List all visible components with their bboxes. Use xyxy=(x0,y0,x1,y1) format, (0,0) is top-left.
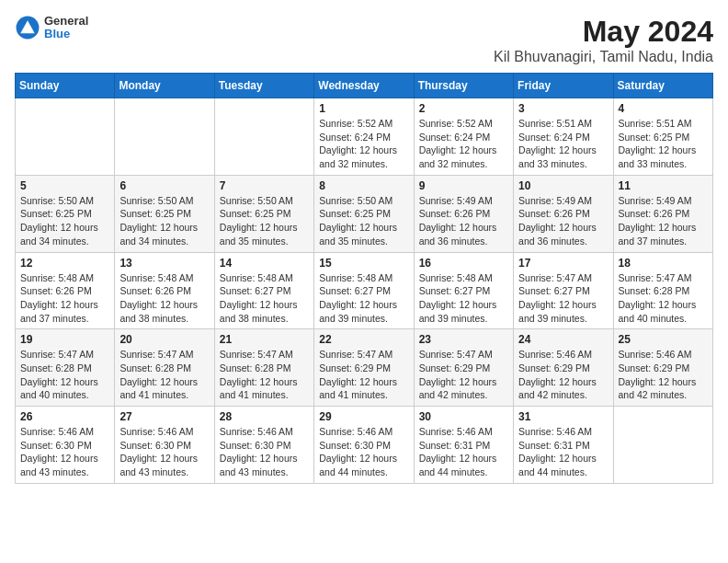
day-number: 25 xyxy=(619,333,708,346)
day-number: 18 xyxy=(619,257,708,270)
day-number: 31 xyxy=(518,410,608,423)
day-info: Sunrise: 5:48 AM Sunset: 6:27 PM Dayligh… xyxy=(220,271,309,326)
calendar-cell: 4Sunrise: 5:51 AM Sunset: 6:25 PM Daylig… xyxy=(613,98,712,176)
day-info: Sunrise: 5:49 AM Sunset: 6:26 PM Dayligh… xyxy=(518,194,608,248)
calendar-cell: 5Sunrise: 5:50 AM Sunset: 6:25 PM Daylig… xyxy=(16,175,115,252)
logo-line2: Blue xyxy=(44,28,88,40)
day-number: 11 xyxy=(619,179,708,192)
day-number: 15 xyxy=(319,257,408,270)
calendar-week-1: 1Sunrise: 5:52 AM Sunset: 6:24 PM Daylig… xyxy=(16,98,713,176)
day-number: 10 xyxy=(518,179,608,192)
calendar-cell: 1Sunrise: 5:52 AM Sunset: 6:24 PM Daylig… xyxy=(314,98,414,176)
calendar-cell: 11Sunrise: 5:49 AM Sunset: 6:26 PM Dayli… xyxy=(613,175,712,252)
calendar-cell: 10Sunrise: 5:49 AM Sunset: 6:26 PM Dayli… xyxy=(514,175,613,252)
day-number: 30 xyxy=(419,410,508,423)
day-number: 17 xyxy=(518,257,608,270)
calendar-cell: 25Sunrise: 5:46 AM Sunset: 6:29 PM Dayli… xyxy=(613,329,712,407)
calendar-cell: 21Sunrise: 5:47 AM Sunset: 6:28 PM Dayli… xyxy=(214,329,313,407)
calendar-cell: 19Sunrise: 5:47 AM Sunset: 6:28 PM Dayli… xyxy=(16,329,115,407)
day-number: 26 xyxy=(20,410,109,423)
day-number: 24 xyxy=(518,333,608,346)
calendar-cell xyxy=(214,98,313,176)
calendar-cell: 13Sunrise: 5:48 AM Sunset: 6:26 PM Dayli… xyxy=(115,252,214,329)
calendar-subtitle: Kil Bhuvanagiri, Tamil Nadu, India xyxy=(494,49,713,65)
header-thursday: Thursday xyxy=(414,74,513,98)
day-number: 3 xyxy=(518,102,608,115)
calendar-week-5: 26Sunrise: 5:46 AM Sunset: 6:30 PM Dayli… xyxy=(16,407,713,484)
day-number: 16 xyxy=(419,257,508,270)
title-block: May 2024 Kil Bhuvanagiri, Tamil Nadu, In… xyxy=(494,15,713,65)
day-info: Sunrise: 5:47 AM Sunset: 6:29 PM Dayligh… xyxy=(319,348,408,402)
calendar-header-row: SundayMondayTuesdayWednesdayThursdayFrid… xyxy=(16,74,713,98)
day-info: Sunrise: 5:46 AM Sunset: 6:31 PM Dayligh… xyxy=(518,425,608,479)
calendar-cell xyxy=(613,407,712,484)
day-number: 20 xyxy=(119,333,209,346)
logo: General Blue xyxy=(15,15,88,41)
day-info: Sunrise: 5:46 AM Sunset: 6:30 PM Dayligh… xyxy=(119,425,209,479)
day-number: 4 xyxy=(619,102,708,115)
day-info: Sunrise: 5:49 AM Sunset: 6:26 PM Dayligh… xyxy=(619,194,708,248)
logo-icon xyxy=(15,15,40,40)
day-number: 22 xyxy=(319,333,408,346)
day-info: Sunrise: 5:46 AM Sunset: 6:29 PM Dayligh… xyxy=(518,348,608,402)
calendar-cell: 12Sunrise: 5:48 AM Sunset: 6:26 PM Dayli… xyxy=(16,252,115,329)
calendar-cell: 23Sunrise: 5:47 AM Sunset: 6:29 PM Dayli… xyxy=(414,329,513,407)
day-number: 13 xyxy=(119,257,209,270)
day-number: 5 xyxy=(20,179,109,192)
calendar-week-2: 5Sunrise: 5:50 AM Sunset: 6:25 PM Daylig… xyxy=(16,175,713,252)
calendar-cell: 15Sunrise: 5:48 AM Sunset: 6:27 PM Dayli… xyxy=(314,252,414,329)
calendar-cell: 6Sunrise: 5:50 AM Sunset: 6:25 PM Daylig… xyxy=(115,175,214,252)
day-number: 14 xyxy=(220,257,309,270)
day-info: Sunrise: 5:50 AM Sunset: 6:25 PM Dayligh… xyxy=(119,194,209,248)
logo-text: General Blue xyxy=(44,15,88,41)
day-info: Sunrise: 5:48 AM Sunset: 6:26 PM Dayligh… xyxy=(119,271,209,326)
calendar-cell xyxy=(115,98,214,176)
day-info: Sunrise: 5:47 AM Sunset: 6:27 PM Dayligh… xyxy=(518,271,608,326)
calendar-week-3: 12Sunrise: 5:48 AM Sunset: 6:26 PM Dayli… xyxy=(16,252,713,329)
day-number: 19 xyxy=(20,333,109,346)
day-number: 23 xyxy=(419,333,508,346)
day-info: Sunrise: 5:48 AM Sunset: 6:27 PM Dayligh… xyxy=(419,271,508,326)
calendar-cell: 18Sunrise: 5:47 AM Sunset: 6:28 PM Dayli… xyxy=(613,252,712,329)
header-saturday: Saturday xyxy=(613,74,712,98)
day-info: Sunrise: 5:50 AM Sunset: 6:25 PM Dayligh… xyxy=(20,194,109,248)
day-info: Sunrise: 5:47 AM Sunset: 6:28 PM Dayligh… xyxy=(220,348,309,402)
calendar-cell: 8Sunrise: 5:50 AM Sunset: 6:25 PM Daylig… xyxy=(314,175,414,252)
day-info: Sunrise: 5:50 AM Sunset: 6:25 PM Dayligh… xyxy=(220,194,309,248)
day-info: Sunrise: 5:52 AM Sunset: 6:24 PM Dayligh… xyxy=(319,117,408,171)
header-wednesday: Wednesday xyxy=(314,74,414,98)
calendar-table: SundayMondayTuesdayWednesdayThursdayFrid… xyxy=(15,73,713,484)
day-info: Sunrise: 5:47 AM Sunset: 6:28 PM Dayligh… xyxy=(20,348,109,402)
day-info: Sunrise: 5:46 AM Sunset: 6:30 PM Dayligh… xyxy=(20,425,109,479)
day-number: 21 xyxy=(220,333,309,346)
logo-line1: General xyxy=(44,15,88,28)
page-header: General Blue May 2024 Kil Bhuvanagiri, T… xyxy=(15,15,713,65)
calendar-cell: 20Sunrise: 5:47 AM Sunset: 6:28 PM Dayli… xyxy=(115,329,214,407)
calendar-cell: 7Sunrise: 5:50 AM Sunset: 6:25 PM Daylig… xyxy=(214,175,313,252)
calendar-cell: 24Sunrise: 5:46 AM Sunset: 6:29 PM Dayli… xyxy=(514,329,613,407)
calendar-cell: 17Sunrise: 5:47 AM Sunset: 6:27 PM Dayli… xyxy=(514,252,613,329)
day-number: 6 xyxy=(119,179,209,192)
day-number: 7 xyxy=(220,179,309,192)
calendar-cell: 29Sunrise: 5:46 AM Sunset: 6:30 PM Dayli… xyxy=(314,407,414,484)
calendar-week-4: 19Sunrise: 5:47 AM Sunset: 6:28 PM Dayli… xyxy=(16,329,713,407)
day-number: 9 xyxy=(419,179,508,192)
day-info: Sunrise: 5:46 AM Sunset: 6:31 PM Dayligh… xyxy=(419,425,508,479)
header-tuesday: Tuesday xyxy=(214,74,313,98)
calendar-cell: 2Sunrise: 5:52 AM Sunset: 6:24 PM Daylig… xyxy=(414,98,513,176)
day-info: Sunrise: 5:46 AM Sunset: 6:29 PM Dayligh… xyxy=(619,348,708,402)
day-info: Sunrise: 5:46 AM Sunset: 6:30 PM Dayligh… xyxy=(319,425,408,479)
day-info: Sunrise: 5:51 AM Sunset: 6:24 PM Dayligh… xyxy=(518,117,608,171)
day-number: 27 xyxy=(119,410,209,423)
day-number: 2 xyxy=(419,102,508,115)
calendar-title: May 2024 xyxy=(494,15,713,49)
calendar-cell: 30Sunrise: 5:46 AM Sunset: 6:31 PM Dayli… xyxy=(414,407,513,484)
day-info: Sunrise: 5:49 AM Sunset: 6:26 PM Dayligh… xyxy=(419,194,508,248)
calendar-cell: 27Sunrise: 5:46 AM Sunset: 6:30 PM Dayli… xyxy=(115,407,214,484)
calendar-cell: 31Sunrise: 5:46 AM Sunset: 6:31 PM Dayli… xyxy=(514,407,613,484)
day-info: Sunrise: 5:47 AM Sunset: 6:29 PM Dayligh… xyxy=(419,348,508,402)
calendar-cell: 26Sunrise: 5:46 AM Sunset: 6:30 PM Dayli… xyxy=(16,407,115,484)
calendar-cell: 14Sunrise: 5:48 AM Sunset: 6:27 PM Dayli… xyxy=(214,252,313,329)
calendar-cell: 9Sunrise: 5:49 AM Sunset: 6:26 PM Daylig… xyxy=(414,175,513,252)
day-info: Sunrise: 5:47 AM Sunset: 6:28 PM Dayligh… xyxy=(619,271,708,326)
